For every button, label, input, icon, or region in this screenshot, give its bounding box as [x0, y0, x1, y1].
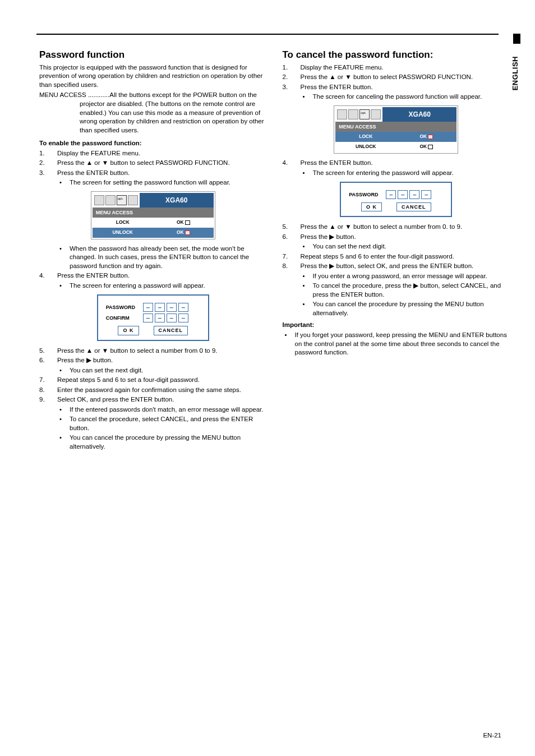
bullet-icon: •	[57, 415, 70, 432]
step-text: Display the FEATURE menu.	[301, 63, 510, 72]
up-arrow-icon	[86, 159, 93, 166]
step-text: Press the ENTER button.	[301, 159, 510, 168]
enable-subhead: To enable the password function:	[39, 139, 267, 148]
step-num: 2.	[39, 159, 57, 168]
bullet-icon: •	[57, 245, 70, 271]
confirm-label: CONFIRM	[106, 315, 137, 321]
step-num: 6.	[283, 233, 301, 242]
bullet-icon: •	[301, 282, 313, 299]
step-num: 3.	[283, 83, 301, 92]
bullet-icon: •	[57, 405, 70, 414]
right-heading: To cancel the password function:	[283, 49, 510, 62]
down-arrow-icon	[102, 347, 108, 354]
bullet-text: To cancel the procedure, press the butto…	[313, 282, 510, 299]
bullet-text: If you enter a wrong password, an error …	[313, 272, 510, 281]
step-text: Display the FEATURE menu.	[57, 149, 267, 158]
menu-figure-1: XGA60 MENU ACCESS LOCKOK UNLOCKOK	[39, 192, 267, 239]
step-num: 8.	[283, 262, 301, 271]
down-arrow-icon	[102, 159, 108, 166]
step-text: Press the ENTER button.	[57, 169, 267, 178]
bullet-icon: •	[301, 169, 313, 178]
bullet-icon: •	[301, 93, 313, 102]
right-steps: 1.Display the FEATURE menu. 2.Press the …	[283, 63, 510, 92]
bullet-text: The screen for setting the password func…	[70, 178, 267, 187]
password-label: PASSWORD	[106, 304, 137, 311]
step-num: 1.	[39, 149, 57, 158]
bullet-text: You can cancel the procedure by pressing…	[70, 434, 267, 451]
bullet-icon: •	[57, 282, 70, 291]
step-text: Repeat steps 5 and 6 to enter the four-d…	[301, 252, 510, 261]
step-text: Press the button, select OK, and press t…	[301, 262, 510, 271]
ok-button: O K	[361, 202, 382, 211]
step-num: 2.	[283, 73, 301, 82]
bullet-text: You can cancel the procedure by pressing…	[313, 300, 510, 317]
menu-title: XGA60	[140, 193, 214, 208]
menu-row-lock: LOCKOK	[93, 218, 214, 228]
menu-access-desc: MENU ACCESS ............All the buttons …	[39, 91, 267, 135]
left-steps-3: 5.Press the or button to select a number…	[39, 347, 267, 365]
cancel-button: CANCEL	[154, 326, 188, 335]
bullet-text: You can set the next digit.	[70, 366, 267, 375]
up-arrow-icon	[329, 223, 335, 230]
password-label: PASSWORD	[349, 191, 380, 198]
step-num: 5.	[39, 347, 57, 356]
step-text: Press the button.	[301, 233, 510, 242]
bullet-text: You can set the next digit.	[313, 242, 510, 251]
bullet-text: The screen for entering a password will …	[70, 282, 267, 291]
step-text: Press the or button to select PASSWORD F…	[301, 73, 510, 82]
page-number: EN-21	[483, 731, 501, 740]
menu-row-unlock: UNLOCKOK	[93, 228, 214, 238]
side-tab-bar	[513, 34, 520, 44]
password-figure-1: PASSWORD–––– CONFIRM–––– O KCANCEL	[39, 294, 267, 340]
menu-subhead: MENU ACCESS	[93, 208, 214, 218]
step-text: Press the ENTER button.	[57, 271, 267, 280]
right-arrow-icon	[86, 357, 91, 363]
right-column: To cancel the password function: 1.Displ…	[283, 49, 510, 452]
left-column: Password function This projector is equi…	[39, 49, 267, 452]
step-num: 9.	[39, 395, 57, 404]
menu-row-unlock: UNLOCKOK	[335, 142, 456, 152]
right-steps-3: 5.Press the or button to select a number…	[283, 223, 510, 241]
menu-icons	[93, 193, 140, 208]
important-text: If you forget your password, keep pressi…	[295, 331, 510, 357]
right-arrow-icon	[329, 262, 334, 269]
ok-button: O K	[118, 326, 139, 335]
left-heading: Password function	[39, 49, 267, 62]
step-text: Press the ENTER button.	[301, 83, 510, 92]
step-num: 3.	[39, 169, 57, 178]
step-text: Press the or button to select a number f…	[57, 347, 267, 356]
down-arrow-icon	[345, 73, 351, 80]
menu-icons	[335, 107, 382, 122]
menu-figure-2: XGA60 MENU ACCESS LOCKOK UNLOCKOK	[283, 106, 510, 153]
step-num: 7.	[39, 376, 57, 385]
bullet-icon: •	[301, 242, 313, 251]
bullet-text: If the entered passwords don't match, an…	[70, 405, 267, 414]
two-column-layout: Password function This projector is equi…	[39, 49, 510, 452]
right-arrow-icon	[329, 233, 334, 240]
bullet-icon: •	[301, 272, 313, 281]
step-text: Press the or button to select PASSWORD F…	[57, 159, 267, 168]
step-num: 6.	[39, 356, 57, 365]
step-num: 5.	[283, 223, 301, 232]
bullet-icon: •	[57, 366, 70, 375]
down-arrow-icon	[345, 223, 351, 230]
top-rule	[36, 34, 499, 35]
step-num: 4.	[39, 271, 57, 280]
left-steps: 1.Display the FEATURE menu. 2.Press the …	[39, 149, 267, 178]
bullet-text: To cancel the procedure, select CANCEL, …	[70, 415, 267, 432]
left-steps-2: 4.Press the ENTER button.	[39, 271, 267, 280]
language-tab: ENGLISH	[510, 56, 520, 90]
bullet-icon: •	[57, 434, 70, 451]
left-steps-4: 7.Repeat steps 5 and 6 to set a four-dig…	[39, 376, 267, 404]
up-arrow-icon	[86, 347, 93, 354]
step-num: 4.	[283, 159, 301, 168]
step-text: Repeat steps 5 and 6 to set a four-digit…	[57, 376, 267, 385]
important-head: Important:	[283, 321, 510, 330]
right-steps-4: 7.Repeat steps 5 and 6 to enter the four…	[283, 252, 510, 271]
intro-text: This projector is equipped with the pass…	[39, 63, 267, 90]
step-text: Enter the password again for confirmatio…	[57, 386, 267, 395]
menu-row-lock: LOCKOK	[335, 132, 456, 142]
bullet-text: The screen for canceling the password fu…	[313, 93, 510, 102]
cancel-button: CANCEL	[396, 202, 431, 211]
menu-subhead: MENU ACCESS	[335, 122, 456, 132]
